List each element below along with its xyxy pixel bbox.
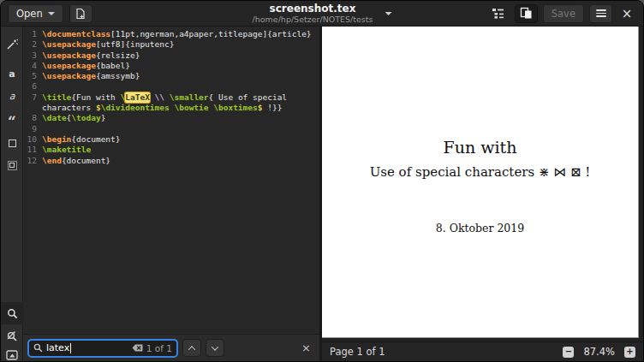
- pdf-page[interactable]: Fun with Use of special characters ⋇ ⋈ ⊠…: [322, 27, 639, 338]
- document-path: /home/hp/Setzer/NOTES/tests: [253, 15, 373, 24]
- new-document-icon: [75, 8, 86, 20]
- app-window: Open screenshot.tex /home/hp/Setzer/NOTE…: [0, 0, 644, 362]
- title-chevron-down-icon: [385, 12, 391, 15]
- chevron-down-icon: [212, 343, 218, 350]
- frame-symbol-icon[interactable]: [1, 155, 23, 175]
- text-cursor: [70, 343, 71, 353]
- code-row: 6: [23, 81, 319, 92]
- code-row: 5\usepackage{amssymb}: [23, 71, 319, 81]
- close-search-button[interactable]: ×: [301, 341, 311, 354]
- save-button[interactable]: Save: [543, 4, 584, 23]
- search-previous-button[interactable]: [182, 339, 201, 357]
- chevron-up-icon: [188, 346, 195, 353]
- zoom-out-button[interactable]: −: [563, 347, 574, 358]
- chevron-down-icon: [48, 12, 55, 15]
- find-replace-icon[interactable]: [1, 326, 23, 347]
- page-indicator: Page 1 of 1: [330, 346, 385, 358]
- line-number: 12: [23, 156, 37, 166]
- italic-text-icon[interactable]: a: [1, 86, 23, 106]
- open-button-label: Open: [16, 8, 43, 20]
- search-bar: latex 1 of 1 ×: [23, 334, 319, 361]
- new-document-button[interactable]: [69, 4, 92, 23]
- search-match-count: 1 of 1: [146, 343, 172, 353]
- code-row: 12\end{document}: [23, 156, 319, 166]
- left-tool-strip: a a “: [1, 27, 23, 361]
- menu-button[interactable]: [589, 4, 612, 23]
- code-row: 8\date{\today}: [23, 113, 319, 123]
- preview-pages-icon: [520, 7, 533, 20]
- zoom-in-button[interactable]: +: [624, 347, 635, 358]
- window-close-button[interactable]: ×: [617, 6, 636, 21]
- search-icon: [7, 308, 18, 319]
- pdf-title-line1: Fun with: [322, 138, 638, 157]
- search-toggle[interactable]: [1, 302, 23, 324]
- line-number: 4: [23, 61, 37, 71]
- line-number: 6: [23, 81, 37, 92]
- pdf-preview-panel: Fun with Use of special characters ⋇ ⋈ ⊠…: [319, 27, 643, 361]
- search-input[interactable]: latex 1 of 1: [27, 339, 178, 358]
- search-field-icon: [33, 343, 43, 353]
- document-structure-icon: [492, 8, 504, 19]
- bold-text-icon[interactable]: a: [1, 63, 23, 84]
- save-button-label: Save: [552, 8, 575, 20]
- image-panel-icon[interactable]: [1, 345, 23, 362]
- header-bar: Open screenshot.tex /home/hp/Setzer/NOTE…: [1, 1, 643, 27]
- code-row: 11\maketitle: [23, 145, 319, 155]
- preview-status-bar: Page 1 of 1 − 87.4% +: [322, 341, 643, 361]
- line-number: 2: [23, 39, 37, 50]
- search-next-button[interactable]: [206, 339, 224, 357]
- line-number: 3: [23, 50, 37, 61]
- code-area[interactable]: 1\documentclass[11pt,ngerman,a4paper,tit…: [23, 27, 319, 334]
- line-number: 7: [23, 92, 37, 103]
- line-number: 10: [23, 134, 37, 145]
- preview-toggle[interactable]: [515, 4, 538, 23]
- source-editor: 1\documentclass[11pt,ngerman,a4paper,tit…: [23, 27, 319, 361]
- document-title: screenshot.tex: [253, 3, 373, 15]
- line-number: 11: [23, 145, 37, 155]
- pdf-title-line2: Use of special characters ⋇ ⋈ ⊠ !: [322, 164, 638, 180]
- code-row: 2\usepackage[utf8]{inputenc}: [23, 39, 319, 50]
- main-area: a a “: [1, 27, 643, 361]
- line-number: [23, 103, 37, 113]
- code-row: 9: [23, 124, 319, 134]
- wizard-wand-icon[interactable]: [1, 34, 23, 55]
- line-number: 8: [23, 113, 37, 123]
- clear-search-icon[interactable]: [132, 344, 143, 352]
- zoom-level: 87.4%: [583, 346, 615, 358]
- code-row: 4\usepackage{babel}: [23, 61, 319, 71]
- square-symbol-icon[interactable]: [1, 133, 23, 153]
- pdf-date: 8. Oktober 2019: [322, 222, 638, 234]
- hamburger-menu-icon: [596, 9, 606, 17]
- code-row: 1\documentclass[11pt,ngerman,a4paper,tit…: [23, 29, 319, 39]
- code-row: characters $\divideontimes \bowtie \boxt…: [23, 103, 319, 113]
- line-number: 9: [23, 124, 37, 134]
- document-structure-toggle[interactable]: [486, 4, 510, 23]
- header-right-group: Save ×: [486, 4, 636, 23]
- line-number: 5: [23, 71, 37, 81]
- header-left-group: Open: [8, 4, 92, 23]
- quotes-icon[interactable]: “: [1, 108, 23, 128]
- window-title-block[interactable]: screenshot.tex /home/hp/Setzer/NOTES/tes…: [253, 3, 392, 24]
- search-query-text: latex: [46, 342, 69, 353]
- open-button[interactable]: Open: [8, 4, 63, 23]
- code-row: 7\title{Fun with \LaTeX \\ \smaller{ Use…: [23, 92, 319, 103]
- line-number: 1: [23, 29, 37, 39]
- code-row: 3\usepackage{relsize}: [23, 50, 319, 61]
- code-row: 10\begin{document}: [23, 134, 319, 145]
